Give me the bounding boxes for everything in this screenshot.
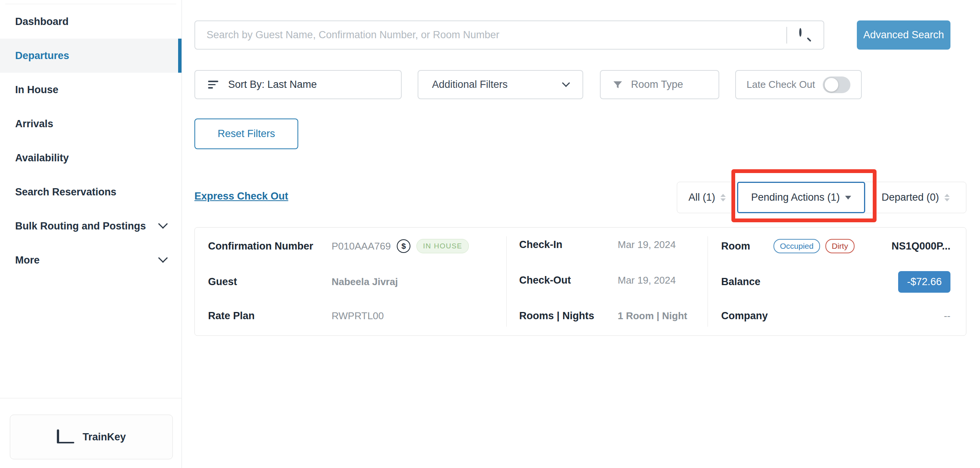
sidebar-item-label: More (15, 254, 40, 266)
reset-filters-button[interactable]: Reset Filters (194, 119, 298, 149)
sidebar-item-dashboard[interactable]: Dashboard (0, 5, 181, 39)
check-in-row: Check-In Mar 19, 2024 (519, 239, 708, 251)
room-type-filter[interactable]: Room Type (600, 70, 719, 99)
sidebar-item-label: Search Reservations (15, 186, 116, 198)
sort-by-label: Sort By: Last Name (228, 79, 317, 90)
additional-filters-label: Additional Filters (432, 79, 508, 90)
sidebar-item-bulk-routing[interactable]: Bulk Routing and Postings (0, 209, 181, 243)
toggle-knob (825, 78, 838, 92)
rooms-nights-row: Rooms | Nights 1 Room | Night (519, 310, 708, 322)
confirmation-value-group: P010AAA769 $ IN HOUSE (332, 239, 469, 253)
room-label: Room (721, 240, 773, 252)
status-tabs: All (1) Pending Actions (1) Departed (0) (677, 182, 966, 213)
rooms-nights-label: Rooms | Nights (519, 310, 618, 322)
main-content: Advanced Search Sort By: Last Name Addit… (182, 0, 980, 468)
tab-all[interactable]: All (1) (677, 182, 737, 213)
funnel-icon (612, 79, 624, 90)
chevron-down-icon (158, 219, 167, 229)
additional-filters-dropdown[interactable]: Additional Filters (418, 70, 583, 99)
trainkey-button[interactable]: TrainKey (10, 415, 173, 459)
tab-departed[interactable]: Departed (0) (865, 182, 966, 213)
in-house-badge: IN HOUSE (417, 239, 469, 253)
search-icon (799, 29, 811, 41)
reservation-card-col-2: Check-In Mar 19, 2024 Check-Out Mar 19, … (507, 228, 708, 335)
dirty-badge: Dirty (826, 239, 854, 253)
trainkey-label: TrainKey (83, 431, 126, 443)
sort-arrows-icon (944, 194, 950, 201)
late-check-out-label: Late Check Out (746, 79, 815, 90)
balance-row: Balance -$72.66 (721, 271, 950, 293)
guest-row: Guest Nabeela Jivraj (208, 276, 506, 288)
app-root: Dashboard Departures In House Arrivals A… (0, 0, 980, 468)
caret-down-icon (845, 196, 851, 200)
sidebar-item-label: Departures (15, 50, 69, 62)
sidebar-item-availability[interactable]: Availability (0, 141, 181, 175)
rooms-nights-value: 1 Room | Night (618, 310, 687, 322)
sidebar-item-label: Dashboard (15, 16, 68, 28)
late-check-out-filter: Late Check Out (735, 70, 862, 99)
check-out-value: Mar 19, 2024 (618, 274, 676, 286)
sidebar-item-label: Arrivals (15, 118, 53, 130)
room-row: Room Occupied Dirty NS1Q000P... (721, 239, 950, 253)
sidebar-item-label: Bulk Routing and Postings (15, 221, 146, 232)
company-label: Company (721, 310, 768, 322)
check-out-label: Check-Out (519, 274, 618, 286)
tab-departed-label: Departed (0) (881, 192, 939, 203)
express-check-out-link[interactable]: Express Check Out (194, 190, 288, 202)
search-bar (194, 21, 824, 49)
search-input[interactable] (195, 21, 786, 49)
room-number-value: NS1Q000P... (891, 240, 950, 252)
sidebar: Dashboard Departures In House Arrivals A… (0, 0, 182, 468)
reservation-card-col-1: Confirmation Number P010AAA769 $ IN HOUS… (195, 228, 506, 335)
sidebar-item-search-reservations[interactable]: Search Reservations (0, 175, 181, 209)
sort-arrows-icon (721, 194, 726, 201)
occupied-badge: Occupied (773, 239, 820, 253)
rate-plan-label: Rate Plan (208, 310, 332, 322)
check-out-row: Check-Out Mar 19, 2024 (519, 274, 708, 286)
confirmation-value: P010AAA769 (332, 240, 391, 252)
tab-pending-actions[interactable]: Pending Actions (1) (737, 182, 865, 213)
advanced-search-button[interactable]: Advanced Search (857, 21, 950, 49)
tab-all-label: All (1) (689, 192, 716, 203)
guest-value: Nabeela Jivraj (332, 276, 398, 288)
company-value: -- (944, 310, 950, 322)
reservation-card-col-3: Room Occupied Dirty NS1Q000P... Balance … (708, 228, 966, 335)
rate-plan-row: Rate Plan RWPRTL00 (208, 310, 506, 322)
guest-label: Guest (208, 276, 332, 288)
confirmation-row: Confirmation Number P010AAA769 $ IN HOUS… (208, 239, 506, 253)
sidebar-item-arrivals[interactable]: Arrivals (0, 107, 181, 141)
sidebar-item-label: Availability (15, 152, 69, 164)
sidebar-item-departures[interactable]: Departures (0, 39, 181, 73)
balance-label: Balance (721, 276, 760, 288)
rate-plan-value: RWPRTL00 (332, 310, 384, 322)
tab-pending-actions-label: Pending Actions (1) (751, 192, 840, 203)
sidebar-item-label: In House (15, 84, 58, 96)
sidebar-footer-divider (0, 398, 181, 398)
search-button[interactable] (787, 21, 824, 49)
company-row: Company -- (721, 310, 950, 322)
room-type-label: Room Type (631, 79, 683, 90)
room-status-pills: Occupied Dirty (773, 239, 854, 253)
sidebar-item-more[interactable]: More (0, 243, 181, 277)
check-in-value: Mar 19, 2024 (618, 239, 676, 251)
balance-value[interactable]: -$72.66 (898, 271, 950, 293)
sort-by-dropdown[interactable]: Sort By: Last Name (194, 70, 402, 99)
check-in-label: Check-In (519, 239, 618, 251)
chevron-down-icon (562, 79, 570, 87)
chevron-down-icon (158, 253, 167, 263)
sidebar-item-in-house[interactable]: In House (0, 73, 181, 107)
reservation-card[interactable]: Confirmation Number P010AAA769 $ IN HOUS… (194, 227, 966, 336)
sidebar-nav: Dashboard Departures In House Arrivals A… (0, 0, 181, 277)
confirmation-label: Confirmation Number (208, 240, 332, 252)
dollar-circle-icon[interactable]: $ (397, 239, 410, 253)
sort-icon (208, 81, 218, 89)
sidebar-top-divider (5, 4, 176, 4)
late-check-out-toggle[interactable] (823, 76, 850, 93)
laptop-icon (57, 430, 74, 443)
